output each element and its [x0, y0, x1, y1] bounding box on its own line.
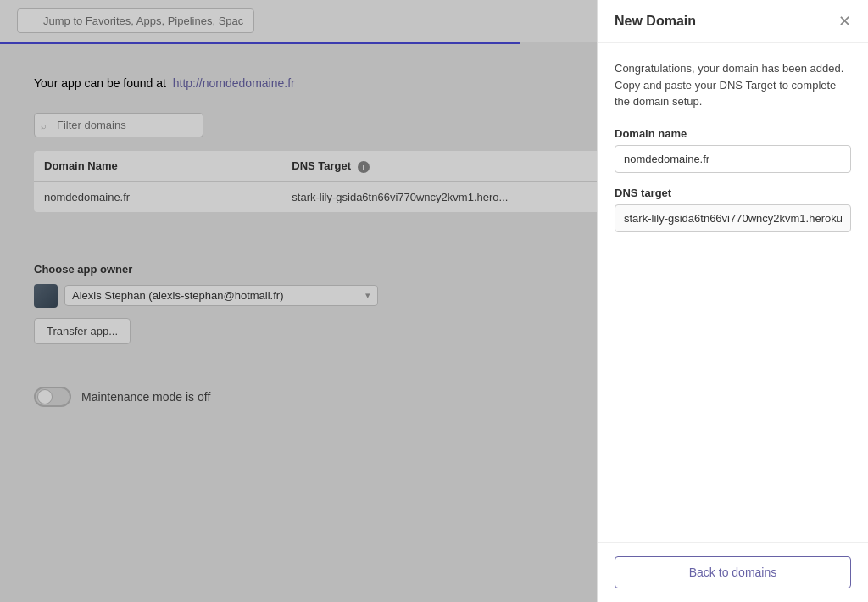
- dns-target-label: DNS target: [615, 187, 851, 199]
- success-message: Congratulations, your domain has been ad…: [615, 60, 851, 110]
- modal-close-button[interactable]: ✕: [838, 14, 851, 29]
- modal-footer: Back to domains: [598, 542, 868, 602]
- modal-header: New Domain ✕: [598, 0, 868, 43]
- modal-body: Congratulations, your domain has been ad…: [598, 43, 868, 542]
- domain-name-field[interactable]: [615, 145, 851, 173]
- dns-target-field[interactable]: [615, 204, 851, 232]
- back-to-domains-button[interactable]: Back to domains: [615, 556, 851, 588]
- domain-name-label: Domain name: [615, 127, 851, 140]
- modal-title: New Domain: [615, 14, 696, 29]
- new-domain-modal: New Domain ✕ Congratulations, your domai…: [597, 0, 868, 602]
